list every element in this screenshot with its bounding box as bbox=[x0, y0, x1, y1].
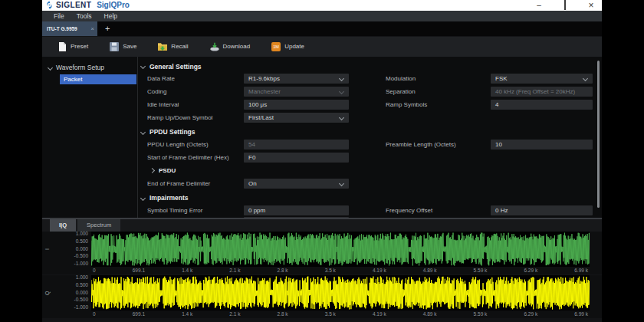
waveform-plot-q[interactable] bbox=[91, 275, 590, 310]
x-tick: 0 bbox=[93, 268, 96, 273]
minimize-button[interactable]: – bbox=[534, 0, 544, 11]
x-tick: 2.8 k bbox=[278, 311, 288, 317]
x-tick: 6.99 k bbox=[574, 268, 588, 273]
section-title: Impairments bbox=[150, 194, 189, 202]
waveform-tree: Waveform Setup Packet bbox=[42, 57, 138, 218]
tree-item-packet[interactable]: Packet bbox=[60, 74, 136, 84]
setting-row: End of Frame Delimiter On bbox=[138, 177, 602, 190]
section-general-settings[interactable]: General Settings bbox=[138, 61, 602, 72]
field-value: 54 bbox=[248, 141, 255, 148]
setting-row: Data Rate R1-9.6kbps Modulation FSK bbox=[138, 72, 602, 85]
recall-button[interactable]: Recall bbox=[158, 42, 188, 51]
x-tick: 6.29 k bbox=[524, 311, 537, 317]
toolbar-label: Download bbox=[223, 43, 251, 50]
chevron-down-icon bbox=[140, 64, 146, 69]
tab-label: ITU-T G.9959 bbox=[47, 26, 77, 31]
document-tab-bar: ITU-T G.9959 × + bbox=[42, 21, 602, 36]
tree-node-waveform-setup[interactable]: Waveform Setup bbox=[42, 63, 137, 73]
x-tick: 699.1 bbox=[133, 311, 145, 317]
maximize-button[interactable] bbox=[560, 0, 570, 11]
setting-row: Idle Interval 100 μs Ramp Symbols 4 bbox=[138, 98, 602, 111]
field-value: 100 μs bbox=[248, 101, 267, 108]
iq-chart-q: Q 1.0000.5000.000-0.500-1.000 0699.11.4 … bbox=[42, 275, 602, 318]
x-tick: 6.29 k bbox=[524, 268, 537, 273]
waveform-plot-i[interactable] bbox=[91, 232, 590, 267]
section-ppdu-settings[interactable]: PPDU Settings bbox=[138, 127, 602, 138]
coding-select: Manchester bbox=[244, 87, 349, 97]
chevron-right-icon bbox=[150, 168, 155, 173]
menu-help[interactable]: Help bbox=[99, 11, 123, 21]
field-value: FSK bbox=[495, 75, 508, 82]
end-of-frame-delimiter-select[interactable]: On bbox=[244, 179, 349, 189]
symbol-timing-error-input[interactable]: 0 ppm bbox=[244, 205, 349, 215]
data-rate-select[interactable]: R1-9.6kbps bbox=[244, 74, 349, 84]
y-tick: 0.000 bbox=[76, 247, 88, 252]
x-tick: 0 bbox=[93, 311, 96, 317]
menu-file[interactable]: File bbox=[48, 11, 70, 21]
x-tick: 5.59 k bbox=[474, 268, 488, 273]
field-label: End of Frame Delimiter bbox=[138, 180, 244, 187]
frequency-offset-input[interactable]: 0 Hz bbox=[491, 205, 593, 215]
waveform-viewer: I|Q Spectrum I 1.0000.5000.000-0.500-1.0… bbox=[42, 218, 602, 322]
x-tick: 699.1 bbox=[133, 268, 145, 273]
field-label: Preamble Length (Octets) bbox=[386, 141, 491, 148]
x-axis-ticks: 0699.11.4 k2.1 k2.8 k3.5 k4.19 k4.89 k5.… bbox=[91, 310, 590, 318]
x-tick: 4.89 k bbox=[423, 311, 437, 317]
section-title: PPDU Settings bbox=[150, 128, 196, 136]
x-tick: 3.5 k bbox=[325, 268, 336, 273]
setting-row: Ramp Up/Down Symbol First/Last bbox=[138, 111, 602, 124]
tab-iq[interactable]: I|Q bbox=[50, 219, 76, 232]
update-button[interactable]: 1M Update bbox=[271, 42, 304, 51]
main-content: Waveform Setup Packet General Settings D… bbox=[42, 57, 602, 218]
tab-itu-t-g9959[interactable]: ITU-T G.9959 × bbox=[42, 21, 97, 36]
x-axis-ticks: 0699.11.4 k2.1 k2.8 k3.5 k4.19 k4.89 k5.… bbox=[91, 267, 590, 274]
tab-close-icon[interactable]: × bbox=[90, 25, 94, 32]
floppy-icon bbox=[110, 42, 119, 51]
chevron-down-icon bbox=[339, 115, 344, 120]
toolbar-label: Save bbox=[123, 43, 136, 50]
ramp-updown-symbol-select[interactable]: First/Last bbox=[244, 113, 349, 123]
panel-scrollbar[interactable] bbox=[597, 61, 600, 208]
psdu-label: PSDU bbox=[159, 167, 176, 174]
x-tick: 6.99 k bbox=[574, 311, 588, 317]
toolbar-label: Update bbox=[284, 43, 304, 50]
tab-spectrum[interactable]: Spectrum bbox=[77, 219, 120, 232]
field-label: Start of Frame Delimiter (Hex) bbox=[138, 154, 244, 161]
y-tick: -0.500 bbox=[74, 254, 88, 259]
field-value: First/Last bbox=[248, 114, 274, 121]
sfd-hex-input[interactable]: F0 bbox=[244, 153, 349, 163]
chevron-down-icon bbox=[339, 89, 344, 94]
modulation-select[interactable]: FSK bbox=[491, 74, 593, 84]
field-label: Ramp Symbols bbox=[386, 101, 491, 108]
y-tick: -0.500 bbox=[74, 297, 88, 303]
x-tick: 4.89 k bbox=[423, 268, 437, 273]
y-axis-title: Q bbox=[42, 275, 51, 310]
field-label: Idle Interval bbox=[138, 101, 244, 108]
field-value: 0 Hz bbox=[495, 207, 508, 214]
setting-row: PPDU Length (Octets) 54 Preamble Length … bbox=[138, 138, 602, 151]
y-tick: 0.500 bbox=[76, 239, 88, 245]
close-button[interactable]: × bbox=[586, 0, 596, 11]
window-controls: – × bbox=[534, 0, 596, 11]
ramp-symbols-input[interactable]: 4 bbox=[491, 100, 593, 110]
clipped-next-field bbox=[244, 217, 349, 218]
idle-interval-input[interactable]: 100 μs bbox=[244, 100, 349, 110]
y-tick: 1.000 bbox=[76, 232, 88, 237]
psdu-expander[interactable]: PSDU bbox=[138, 164, 602, 177]
folder-icon bbox=[158, 42, 167, 51]
y-tick: 0.000 bbox=[76, 291, 88, 296]
add-tab-button[interactable]: + bbox=[105, 21, 110, 36]
download-button[interactable]: Download bbox=[210, 42, 251, 51]
siglent-logo-icon bbox=[45, 1, 54, 9]
document-icon bbox=[58, 42, 67, 51]
save-button[interactable]: Save bbox=[110, 42, 136, 51]
brand-text: SIGLENT bbox=[56, 1, 91, 9]
menu-tools[interactable]: Tools bbox=[71, 11, 97, 21]
preamble-length-input[interactable]: 10 bbox=[491, 140, 593, 150]
field-value: R1-9.6kbps bbox=[248, 75, 280, 82]
preset-button[interactable]: Preset bbox=[58, 42, 88, 51]
field-value: 0 ppm bbox=[248, 207, 265, 214]
field-label: Coding bbox=[138, 88, 244, 95]
chevron-down-icon bbox=[339, 181, 344, 186]
section-impairments[interactable]: Impairments bbox=[138, 192, 602, 204]
